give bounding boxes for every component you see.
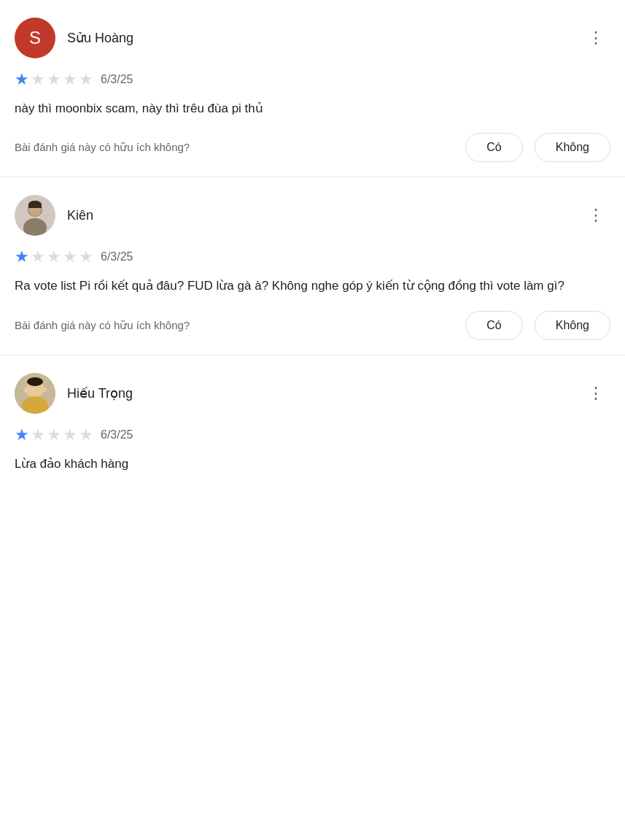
svg-rect-5 [28, 204, 42, 208]
review-text: Ra vote list Pi rồi kết quả đâu? FUD lừa… [15, 277, 610, 296]
review-text: Lừa đảo khách hàng [15, 455, 610, 474]
more-options-icon[interactable]: ⋮ [582, 26, 610, 50]
rating-row: ★ ★ ★ ★ ★ 6/3/25 [15, 70, 610, 89]
star-1: ★ [15, 70, 29, 89]
star-4: ★ [63, 247, 77, 266]
star-2: ★ [31, 70, 45, 89]
star-5: ★ [79, 425, 93, 444]
rating-row: ★ ★ ★ ★ ★ 6/3/25 [15, 247, 610, 266]
avatar [15, 195, 55, 236]
helpful-row: Bài đánh giá này có hữu ích không? Có Kh… [15, 133, 610, 162]
review-header: Kiên ⋮ [15, 195, 610, 236]
review-card-kien: Kiên ⋮ ★ ★ ★ ★ ★ 6/3/25 Ra vote list Pi … [0, 177, 625, 355]
star-2: ★ [31, 247, 45, 266]
star-5: ★ [79, 247, 93, 266]
helpful-yes-button[interactable]: Có [465, 133, 522, 162]
helpful-row: Bài đánh giá này có hữu ích không? Có Kh… [15, 311, 610, 340]
star-3: ★ [47, 70, 61, 89]
helpful-no-button[interactable]: Không [535, 133, 610, 162]
review-header: Hiếu Trọng ⋮ [15, 373, 610, 414]
avatar [15, 373, 55, 414]
more-options-icon[interactable]: ⋮ [582, 203, 610, 228]
star-3: ★ [47, 247, 61, 266]
star-5: ★ [79, 70, 93, 89]
helpful-no-button[interactable]: Không [535, 311, 610, 340]
review-date: 6/3/25 [101, 428, 133, 442]
reviewer-name: Kiên [67, 208, 93, 223]
review-card-hieu-trong: Hiếu Trọng ⋮ ★ ★ ★ ★ ★ 6/3/25 Lừa đảo kh… [0, 355, 625, 503]
review-date: 6/3/25 [101, 250, 133, 263]
helpful-label: Bài đánh giá này có hữu ích không? [15, 319, 454, 332]
star-1: ★ [15, 247, 29, 266]
review-date: 6/3/25 [101, 73, 133, 86]
helpful-yes-button[interactable]: Có [465, 311, 522, 340]
review-header: S Sửu Hoàng ⋮ [15, 18, 610, 58]
reviewer-name: Hiếu Trọng [67, 385, 133, 401]
star-3: ★ [47, 425, 61, 444]
star-4: ★ [63, 425, 77, 444]
review-text: này thì moonbix scam, này thì trêu đùa p… [15, 99, 610, 118]
svg-point-9 [27, 377, 43, 386]
reviewer-info: Hiếu Trọng [15, 373, 133, 414]
avatar: S [15, 18, 55, 58]
rating-row: ★ ★ ★ ★ ★ 6/3/25 [15, 425, 610, 444]
stars: ★ ★ ★ ★ ★ [15, 70, 93, 89]
helpful-label: Bài đánh giá này có hữu ích không? [15, 141, 454, 154]
stars: ★ ★ ★ ★ ★ [15, 247, 93, 266]
reviewer-info: Kiên [15, 195, 93, 236]
svg-point-11 [42, 387, 47, 392]
reviewer-info: S Sửu Hoàng [15, 18, 133, 58]
reviewer-name: Sửu Hoàng [67, 30, 133, 46]
star-2: ★ [31, 425, 45, 444]
star-1: ★ [15, 425, 29, 444]
svg-point-10 [24, 387, 29, 392]
review-card-suu-hoang: S Sửu Hoàng ⋮ ★ ★ ★ ★ ★ 6/3/25 này thì m… [0, 0, 625, 177]
more-options-icon[interactable]: ⋮ [582, 381, 610, 406]
star-4: ★ [63, 70, 77, 89]
stars: ★ ★ ★ ★ ★ [15, 425, 93, 444]
